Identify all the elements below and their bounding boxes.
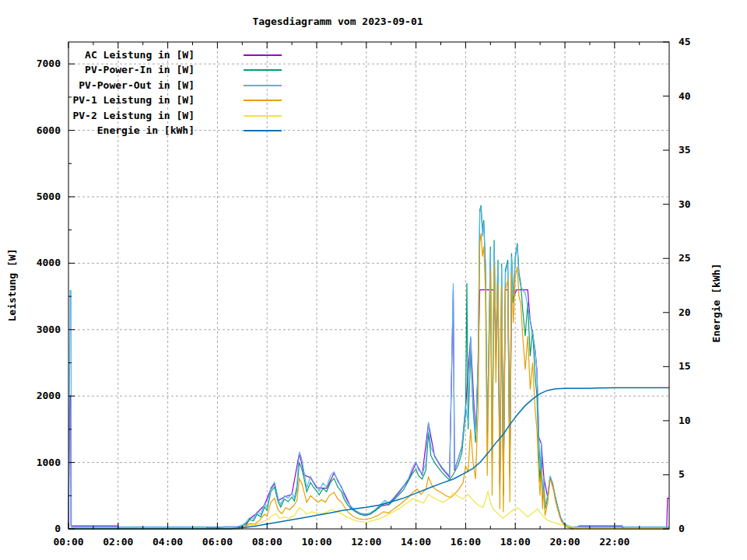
legend-label: PV-Power-Out in [W]	[0, 79, 195, 91]
legend-label: AC Leistung in [W]	[0, 49, 195, 61]
svg-text:0: 0	[679, 523, 685, 534]
legend-line-swatch	[244, 54, 282, 56]
legend: AC Leistung in [W] PV-Power-In in [W] PV…	[0, 48, 296, 138]
legend-line-swatch	[244, 100, 282, 101]
svg-text:20:00: 20:00	[549, 536, 580, 548]
legend-line-swatch	[244, 130, 282, 131]
legend-label: PV-2 Leistung in [W]	[0, 110, 195, 121]
svg-text:12:00: 12:00	[351, 536, 381, 548]
svg-text:04:00: 04:00	[153, 536, 183, 548]
svg-text:18:00: 18:00	[500, 536, 531, 548]
svg-text:45: 45	[679, 36, 691, 47]
svg-text:5: 5	[679, 468, 685, 480]
legend-item: PV-Power-Out in [W]	[0, 79, 296, 93]
legend-label: Energie in [kWh]	[0, 124, 195, 136]
legend-item: Energie in [kWh]	[0, 124, 296, 138]
svg-text:00:00: 00:00	[53, 536, 83, 548]
legend-label: PV-Power-In in [W]	[0, 64, 195, 75]
tagesdiagramm-chart: Tagesdiagramm vom 2023-09-01 Leistung [W…	[0, 0, 747, 560]
svg-text:4000: 4000	[37, 257, 61, 268]
svg-text:02:00: 02:00	[103, 536, 133, 548]
legend-line-swatch	[244, 115, 282, 117]
svg-text:10:00: 10:00	[301, 536, 331, 548]
legend-line-swatch	[244, 69, 282, 71]
svg-text:08:00: 08:00	[252, 536, 282, 548]
svg-text:2000: 2000	[37, 390, 61, 401]
svg-text:35: 35	[679, 144, 691, 156]
svg-text:1000: 1000	[37, 457, 61, 468]
svg-text:14:00: 14:00	[401, 536, 431, 548]
legend-item: PV-2 Leistung in [W]	[0, 109, 296, 124]
svg-text:30: 30	[679, 198, 691, 210]
legend-item: PV-1 Leistung in [W]	[0, 93, 296, 108]
svg-text:22:00: 22:00	[599, 536, 630, 548]
svg-text:15: 15	[679, 360, 691, 372]
svg-text:06:00: 06:00	[202, 536, 233, 548]
svg-text:3000: 3000	[37, 324, 61, 335]
svg-text:16:00: 16:00	[451, 536, 481, 548]
legend-item: PV-Power-In in [W]	[0, 63, 296, 78]
svg-text:40: 40	[679, 90, 691, 102]
svg-text:25: 25	[679, 252, 691, 264]
legend-line-swatch	[244, 85, 282, 86]
svg-text:5000: 5000	[37, 191, 61, 202]
svg-text:20: 20	[679, 306, 691, 318]
svg-text:0: 0	[54, 523, 61, 534]
legend-item: AC Leistung in [W]	[0, 48, 296, 63]
legend-label: PV-1 Leistung in [W]	[0, 94, 195, 106]
svg-text:10: 10	[679, 415, 691, 426]
